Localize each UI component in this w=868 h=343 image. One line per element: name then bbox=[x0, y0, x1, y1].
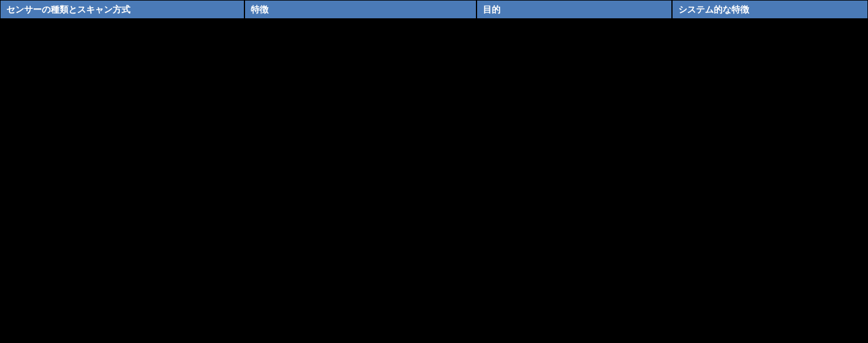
comparison-table: センサーの種類とスキャン方式 特徴 目的 システム的な特徴 bbox=[0, 0, 868, 343]
header-sensor-type: センサーの種類とスキャン方式 bbox=[0, 0, 244, 19]
header-system-features: システム的な特徴 bbox=[672, 0, 868, 19]
header-features: 特徴 bbox=[244, 0, 477, 19]
table-body-empty bbox=[0, 19, 868, 343]
header-purpose: 目的 bbox=[477, 0, 672, 19]
table-header-row: センサーの種類とスキャン方式 特徴 目的 システム的な特徴 bbox=[0, 0, 868, 19]
